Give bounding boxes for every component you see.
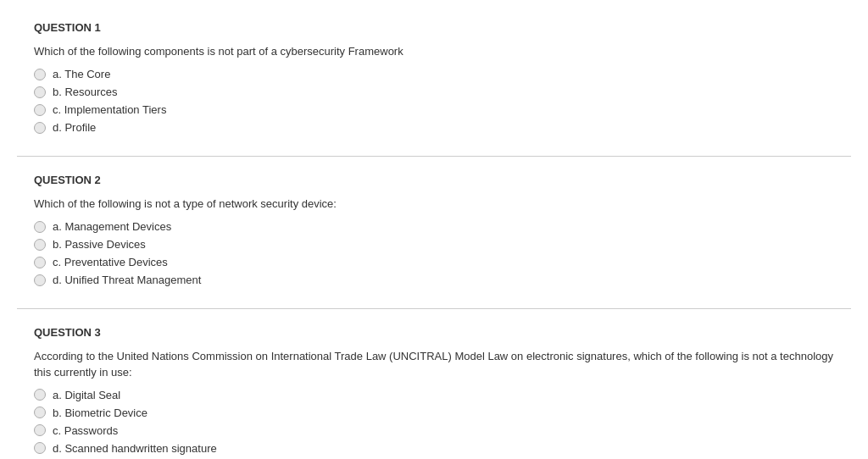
option-row-q2-o2[interactable]: b. Passive Devices	[34, 238, 834, 251]
radio-q3-o4[interactable]	[34, 442, 46, 454]
option-row-q3-o4[interactable]: d. Scanned handwritten signature	[34, 442, 834, 455]
option-row-q2-o1[interactable]: a. Management Devices	[34, 220, 834, 233]
radio-q1-o3[interactable]	[34, 104, 46, 116]
question-title-2: QUESTION 2	[34, 174, 834, 186]
option-label-q1-o3: c. Implementation Tiers	[53, 103, 166, 116]
option-label-q3-o2: b. Biometric Device	[53, 406, 147, 419]
radio-q1-o4[interactable]	[34, 122, 46, 134]
radio-q2-o4[interactable]	[34, 274, 46, 286]
option-row-q3-o3[interactable]: c. Passwords	[34, 424, 834, 437]
option-row-q1-o4[interactable]: d. Profile	[34, 121, 834, 134]
question-block-3: QUESTION 3According to the United Nation…	[17, 313, 851, 459]
radio-q1-o1[interactable]	[34, 69, 46, 80]
option-row-q1-o3[interactable]: c. Implementation Tiers	[34, 103, 834, 116]
quiz-container: QUESTION 1Which of the following compone…	[0, 0, 868, 459]
question-text-3: According to the United Nations Commissi…	[34, 349, 834, 379]
question-block-2: QUESTION 2Which of the following is not …	[17, 161, 851, 309]
option-row-q3-o2[interactable]: b. Biometric Device	[34, 406, 834, 419]
option-label-q1-o2: b. Resources	[53, 86, 118, 98]
radio-q2-o2[interactable]	[34, 239, 46, 251]
radio-q3-o2[interactable]	[34, 406, 46, 418]
option-row-q1-o1[interactable]: a. The Core	[34, 68, 834, 80]
option-row-q1-o2[interactable]: b. Resources	[34, 86, 834, 98]
option-row-q2-o3[interactable]: c. Preventative Devices	[34, 256, 834, 268]
option-label-q3-o4: d. Scanned handwritten signature	[53, 442, 217, 455]
question-block-1: QUESTION 1Which of the following compone…	[17, 8, 851, 157]
radio-q3-o3[interactable]	[34, 424, 46, 436]
option-label-q3-o1: a. Digital Seal	[53, 389, 120, 401]
option-label-q2-o3: c. Preventative Devices	[53, 256, 168, 268]
question-title-1: QUESTION 1	[34, 21, 834, 34]
option-label-q3-o3: c. Passwords	[53, 424, 118, 437]
option-label-q2-o2: b. Passive Devices	[53, 238, 146, 251]
radio-q2-o1[interactable]	[34, 221, 46, 233]
option-label-q2-o4: d. Unified Threat Management	[53, 274, 201, 286]
option-row-q3-o1[interactable]: a. Digital Seal	[34, 389, 834, 401]
option-row-q2-o4[interactable]: d. Unified Threat Management	[34, 274, 834, 286]
option-label-q1-o4: d. Profile	[53, 121, 96, 134]
option-label-q1-o1: a. The Core	[53, 68, 110, 80]
radio-q2-o3[interactable]	[34, 257, 46, 268]
question-text-1: Which of the following components is not…	[34, 44, 834, 59]
question-text-2: Which of the following is not a type of …	[34, 196, 834, 212]
question-title-3: QUESTION 3	[34, 326, 834, 339]
radio-q1-o2[interactable]	[34, 86, 46, 98]
radio-q3-o1[interactable]	[34, 389, 46, 401]
option-label-q2-o1: a. Management Devices	[53, 220, 171, 233]
